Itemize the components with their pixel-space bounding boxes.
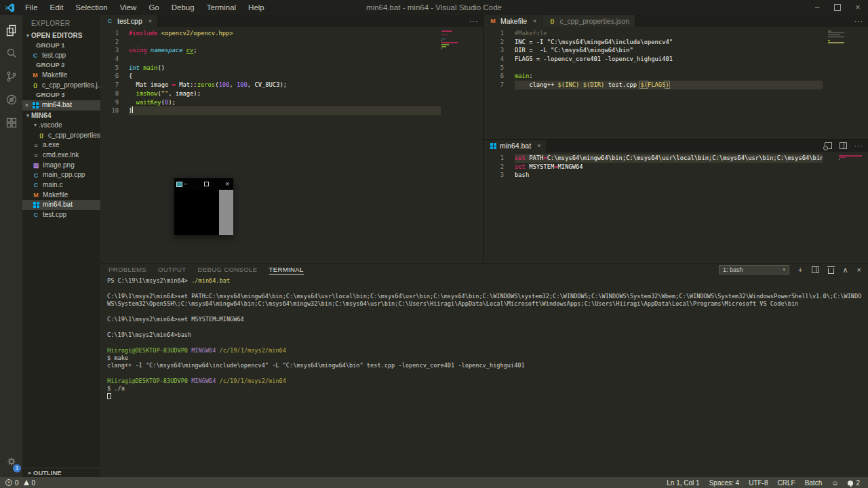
window-close-button[interactable]: × xyxy=(848,0,868,16)
extensions-icon[interactable] xyxy=(0,111,22,134)
folder-header[interactable]: ▾ MIN64 xyxy=(22,110,100,121)
more-actions-icon[interactable]: ··· xyxy=(469,18,478,25)
terminal-output[interactable]: PS C:\19\1\msys2\min64> ./min64.bat C:\1… xyxy=(107,277,864,474)
tree-item-min64-bat[interactable]: min64.bat xyxy=(22,200,100,210)
tab-test-cpp[interactable]: Ctest.cpp× xyxy=(100,15,157,27)
code-line[interactable]: 3bash xyxy=(484,171,868,180)
menu-item-selection[interactable]: Selection xyxy=(69,0,113,15)
code-line[interactable]: 2 xyxy=(100,38,483,47)
code-line[interactable]: 3DIR = -L "C:\msys64\mingw64\bin" xyxy=(484,46,868,55)
code-token: PATH xyxy=(526,155,543,161)
menu-item-terminal[interactable]: Terminal xyxy=(201,0,242,15)
code-editor-test-cpp[interactable]: 1#include <opencv2/opencv.hpp>23using na… xyxy=(100,29,483,263)
feedback-smiley-icon[interactable]: ☺ xyxy=(831,479,838,487)
window-maximize-button[interactable] xyxy=(827,0,848,16)
panel-tab-problems[interactable]: PROBLEMS xyxy=(108,266,146,274)
code-line[interactable]: 2INC = -I "C:\msys64\mingw64\include\ope… xyxy=(484,38,868,47)
minimap[interactable] xyxy=(441,30,481,50)
window-minimize-button[interactable]: – xyxy=(807,0,827,16)
open-editor-item-c-cpp-properties-j[interactable]: {}c_cpp_properties.j... xyxy=(22,81,100,91)
split-terminal-icon[interactable] xyxy=(812,266,819,273)
code-line[interactable]: 2set MSYSTEM=MINGW64 xyxy=(484,163,868,171)
tree-item-main-cpp-cpp[interactable]: Cmain_cpp.cpp xyxy=(22,170,100,180)
code-line[interactable]: 1#include <opencv2/opencv.hpp> xyxy=(100,29,483,38)
panel-tab-terminal[interactable]: TERMINAL xyxy=(269,266,304,274)
tab-close-icon[interactable]: × xyxy=(149,18,152,24)
open-editor-item-makefile[interactable]: MMakefile xyxy=(22,70,100,81)
status-item-spaces-4[interactable]: Spaces: 4 xyxy=(709,479,739,487)
tab-min64-bat[interactable]: min64.bat× xyxy=(484,140,546,152)
source-control-icon[interactable] xyxy=(0,65,22,88)
menu-item-edit[interactable]: Edit xyxy=(44,0,70,15)
more-actions-icon[interactable]: ··· xyxy=(854,18,863,25)
tab-close-icon[interactable]: × xyxy=(537,142,540,149)
close-panel-icon[interactable]: × xyxy=(857,265,861,274)
warning-count[interactable]: 0 xyxy=(24,479,36,487)
terminal-select[interactable]: 1: bash ▾ xyxy=(719,265,789,274)
status-item-batch[interactable]: Batch xyxy=(805,479,823,487)
code-line[interactable]: 8 imshow("", image); xyxy=(100,89,483,98)
kill-terminal-icon[interactable] xyxy=(828,268,834,274)
code-line[interactable]: 1#Makefile xyxy=(484,29,868,38)
minimap[interactable] xyxy=(828,30,866,44)
code-line[interactable]: 4 xyxy=(100,55,483,64)
tree-item-makefile[interactable]: MMakefile xyxy=(22,190,100,201)
maximize-icon[interactable] xyxy=(204,182,209,186)
code-text: Mat image = Mat::zeros(100, 100, CV_8UC3… xyxy=(129,81,441,89)
menu-item-go[interactable]: Go xyxy=(142,0,165,15)
search-icon[interactable] xyxy=(0,42,22,65)
minimap[interactable] xyxy=(839,155,866,161)
close-icon[interactable]: × xyxy=(225,178,229,190)
more-actions-icon[interactable]: ··· xyxy=(854,142,863,150)
menu-item-file[interactable]: File xyxy=(19,0,44,15)
code-line[interactable]: 5 xyxy=(484,64,868,73)
tree-item-cmd-exe-lnk[interactable]: ≡cmd.exe.lnk xyxy=(22,150,100,161)
menu-item-debug[interactable]: Debug xyxy=(165,0,201,15)
tree-item-image-png[interactable]: ▨image.png xyxy=(22,161,100,171)
tab-makefile[interactable]: MMakefile× xyxy=(484,15,542,27)
code-line[interactable]: 7 Mat image = Mat::zeros(100, 100, CV_8U… xyxy=(100,81,483,89)
code-line[interactable]: 6{ xyxy=(100,72,483,81)
code-line[interactable]: 9 waitKey(0); xyxy=(100,98,483,107)
menu-item-view[interactable]: View xyxy=(114,0,143,15)
tree-item-a-exe[interactable]: ≡a.exe xyxy=(22,140,100,150)
panel-tab-output[interactable]: OUTPUT xyxy=(158,266,186,274)
open-editors-header[interactable]: ▾ OPEN EDITORS xyxy=(22,30,100,41)
split-editor-icon[interactable] xyxy=(840,142,847,149)
open-editor-item-test-cpp[interactable]: Ctest.cpp xyxy=(22,51,100,61)
minimize-icon[interactable]: – xyxy=(184,178,187,190)
tree-item-test-cpp[interactable]: Ctest.cpp xyxy=(22,210,100,220)
menu-item-help[interactable]: Help xyxy=(242,0,271,15)
tab-c-cpp-properties-json[interactable]: {}c_cpp_properties.json xyxy=(542,15,635,27)
status-item-crlf[interactable]: CRLF xyxy=(778,479,795,487)
debug-icon[interactable] xyxy=(0,88,22,111)
notifications-bell[interactable]: 2 xyxy=(848,479,860,487)
tab-close-icon[interactable]: × xyxy=(533,18,536,24)
maximize-panel-icon[interactable]: ∧ xyxy=(843,265,848,274)
tree-item-c-cpp-properties-json[interactable]: {}c_cpp_properties.json xyxy=(22,131,100,141)
open-editor-item-min64-bat[interactable]: ×min64.bat xyxy=(22,100,100,110)
open-changes-icon[interactable] xyxy=(825,142,832,149)
settings-gear-icon[interactable]: 1 xyxy=(0,453,22,470)
opencv-image-window[interactable]: – × xyxy=(174,178,233,235)
tree-item-main-c[interactable]: Cmain.c xyxy=(22,180,100,190)
opencv-window-titlebar[interactable]: – × xyxy=(174,178,233,190)
tree-item-vscode[interactable]: ▾.vscode xyxy=(22,121,100,131)
code-line[interactable]: 4FLAGS = -lopencv_core401 -lopencv_highg… xyxy=(484,55,868,64)
outline-section[interactable]: ▸ OUTLINE xyxy=(22,468,100,477)
code-editor-min64-bat[interactable]: 1set PATH=C:\msys64\mingw64\bin;C:\msys6… xyxy=(484,154,868,263)
code-line[interactable]: 3using namespace cv; xyxy=(100,46,483,55)
code-editor-makefile[interactable]: 1#Makefile2INC = -I "C:\msys64\mingw64\i… xyxy=(484,29,868,139)
code-line[interactable]: 5int main() xyxy=(100,64,483,73)
status-item-utf-8[interactable]: UTF-8 xyxy=(749,479,768,487)
code-line[interactable]: 1set PATH=C:\msys64\mingw64\bin;C:\msys6… xyxy=(484,154,868,163)
code-line[interactable]: 10} xyxy=(100,106,483,115)
status-item-ln-1-col-1[interactable]: Ln 1, Col 1 xyxy=(667,479,699,487)
panel-tab-debug-console[interactable]: DEBUG CONSOLE xyxy=(197,266,257,274)
error-count[interactable]: × 0 xyxy=(5,479,19,487)
code-line[interactable]: 6main: xyxy=(484,72,868,81)
explorer-icon[interactable] xyxy=(0,19,22,42)
close-icon[interactable]: × xyxy=(22,100,31,110)
new-terminal-icon[interactable]: + xyxy=(798,265,802,274)
code-line[interactable]: 7 clang++ $(INC) $(DIR) test.cpp $(FLAGS… xyxy=(484,81,868,89)
